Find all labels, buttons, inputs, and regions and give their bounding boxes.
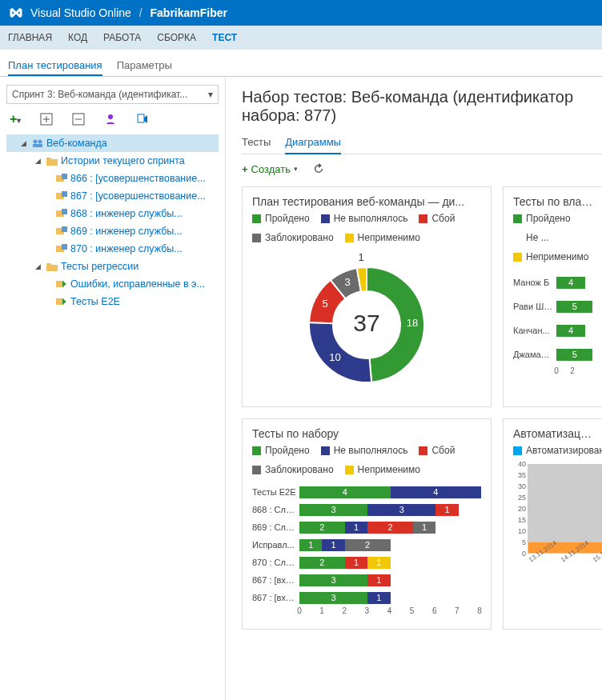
project-name[interactable]: FabrikamFiber	[150, 6, 227, 19]
svg-rect-13	[62, 191, 67, 197]
subnav-parameters[interactable]: Параметры	[117, 59, 172, 76]
plan-selector-label: Спринт 3: Веб-команда (идентификат...	[12, 89, 187, 100]
x-axis: 13.11.201414.11.201415.11.2014	[528, 558, 596, 565]
breadcrumb-sep: /	[139, 6, 142, 19]
charts-grid: План тестирования веб-команды — ди... Пр…	[242, 186, 602, 630]
subnav-test-plan[interactable]: План тестирования	[8, 59, 102, 76]
svg-point-7	[34, 140, 38, 144]
chart-title: План тестирования веб-команды — ди...	[252, 195, 481, 208]
legend-item: Не выполнялось	[321, 445, 408, 456]
legend-item: Не выполнялось	[321, 213, 408, 224]
vs-logo-icon	[8, 6, 24, 20]
legend-item: Заблокировано	[252, 464, 334, 475]
sidebar: Спринт 3: Веб-команда (идентификат... ▾ …	[0, 77, 226, 700]
chevron-down-icon: ▾	[294, 165, 298, 173]
area-plot	[528, 464, 602, 554]
legend-item: Сбой	[419, 213, 455, 224]
legend-item: Сбой	[419, 445, 455, 456]
owner-bars: Манож Б4Рави Ша...5Канчан...4Джамаль ...…	[513, 270, 596, 366]
tree-item[interactable]: 869 : инженер службы...	[6, 222, 219, 240]
legend-item: Неприменимо	[513, 251, 588, 262]
chart-legend: Автоматизировано	[513, 445, 596, 456]
tree-item[interactable]: Ошибки, исправленные в э...	[6, 275, 219, 293]
sidebar-toolbar: +▾	[6, 112, 219, 126]
collapse-all-icon[interactable]	[72, 113, 85, 126]
legend-item: Автоматизировано	[513, 445, 602, 456]
svg-rect-19	[62, 244, 67, 250]
x-axis: 02	[556, 366, 596, 378]
svg-point-8	[38, 140, 42, 144]
secondary-nav: План тестирования Параметры	[0, 50, 602, 77]
area-chart: 0510152025303540 13.11.201414.11.201415.…	[528, 464, 596, 568]
nav-home[interactable]: ГЛАВНАЯ	[8, 32, 52, 43]
tree-item[interactable]: ◢Тесты регрессии	[6, 258, 219, 275]
chart-title: Тесты по владель...	[513, 195, 596, 208]
svg-rect-27	[528, 464, 602, 554]
tree-item[interactable]: 868 : инженер службы...	[6, 205, 219, 222]
svg-rect-15	[62, 209, 67, 214]
chart-legend: ПройденоНе выполнялосьСбойЗаблокированоН…	[252, 213, 481, 243]
svg-rect-11	[62, 174, 67, 179]
nav-test[interactable]: ТЕСТ	[212, 32, 237, 43]
show-tests-icon[interactable]	[104, 113, 117, 126]
tree-item[interactable]: 866 : [усовершенствование...	[6, 170, 219, 187]
x-axis: 012345678	[299, 606, 481, 618]
svg-text:1: 1	[359, 251, 364, 263]
legend-item: Пройдено	[513, 213, 571, 224]
chart-by-owner[interactable]: Тесты по владель... ПройденоНе ...Неприм…	[503, 186, 602, 407]
app-header: Visual Studio Online / FabrikamFiber	[0, 0, 602, 26]
donut-total: 37	[353, 310, 379, 337]
tab-charts[interactable]: Диаграммы	[285, 136, 341, 154]
chart-title: Автоматизация ...	[513, 427, 596, 440]
nav-build[interactable]: СБОРКА	[157, 32, 196, 43]
legend-item: Пройдено	[252, 445, 310, 456]
nav-work[interactable]: РАБОТА	[103, 32, 141, 43]
chart-actions: + Создать ▾	[242, 162, 602, 175]
svg-rect-17	[62, 226, 67, 232]
svg-text:10: 10	[329, 351, 340, 363]
svg-text:18: 18	[407, 317, 418, 329]
chart-automation[interactable]: Автоматизация ... Автоматизировано 05101…	[503, 418, 602, 630]
export-icon[interactable]	[136, 113, 149, 126]
chevron-down-icon: ▾	[208, 89, 213, 100]
chart-plan-donut[interactable]: План тестирования веб-команды — ди... Пр…	[242, 186, 492, 407]
content-tabs: Тесты Диаграммы	[242, 136, 602, 154]
plan-selector[interactable]: Спринт 3: Веб-команда (идентификат... ▾	[6, 85, 219, 104]
suite-bars: Тесты Е2Е44868 : Слу...331869 : Слу...21…	[252, 483, 481, 606]
tree-item[interactable]: 870 : инженер службы...	[6, 240, 219, 258]
add-button[interactable]: +▾	[10, 112, 21, 126]
svg-rect-6	[138, 114, 144, 122]
page-title: Набор тестов: Веб-команда (идентификатор…	[242, 88, 602, 125]
suite-tree: ◢Веб-команда◢Истории текущего спринта866…	[6, 134, 219, 310]
chart-legend: ПройденоНе ...Неприменимо	[513, 213, 596, 262]
chart-by-suite[interactable]: Тесты по набору ПройденоНе выполнялосьСб…	[242, 418, 492, 630]
chart-title: Тесты по набору	[252, 427, 481, 440]
expand-all-icon[interactable]	[40, 113, 53, 126]
refresh-icon[interactable]	[312, 162, 325, 175]
chart-legend: ПройденоНе выполнялосьСбойЗаблокированоН…	[252, 445, 481, 475]
svg-text:5: 5	[323, 298, 328, 310]
tree-item[interactable]: Тесты Е2Е	[6, 293, 219, 310]
legend-item: Не ...	[513, 232, 549, 243]
tree-item[interactable]: ◢Истории текущего спринта	[6, 152, 219, 170]
primary-nav: ГЛАВНАЯ КОД РАБОТА СБОРКА ТЕСТ	[0, 26, 602, 50]
svg-text:3: 3	[344, 276, 350, 288]
legend-item: Неприменимо	[345, 232, 420, 243]
legend-item: Неприменимо	[345, 464, 420, 475]
y-axis: 0510152025303540	[513, 464, 528, 554]
legend-item: Заблокировано	[252, 232, 334, 243]
tab-tests[interactable]: Тесты	[242, 136, 271, 154]
tree-item[interactable]: ◢Веб-команда	[6, 134, 219, 152]
nav-code[interactable]: КОД	[68, 32, 87, 43]
svg-point-5	[108, 114, 113, 119]
legend-item: Пройдено	[252, 213, 310, 224]
tree-item[interactable]: 867 : [усовершенствование...	[6, 187, 219, 205]
svg-rect-9	[33, 144, 42, 147]
product-name[interactable]: Visual Studio Online	[30, 6, 131, 19]
create-chart-button[interactable]: + Создать ▾	[242, 163, 298, 175]
main-content: Набор тестов: Веб-команда (идентификатор…	[226, 77, 602, 700]
